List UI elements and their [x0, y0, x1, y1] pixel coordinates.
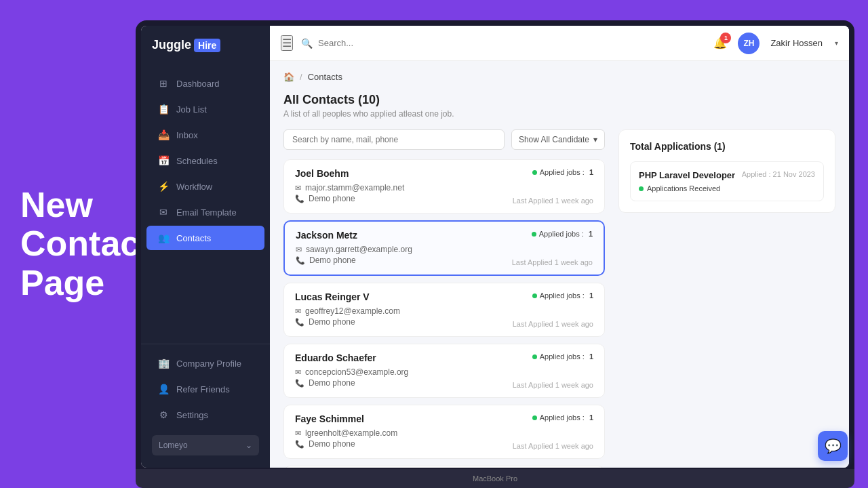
- search-input[interactable]: [318, 38, 505, 48]
- sidebar-nav: ⊞ Dashboard 📋 Job List 📥 Inbox 📅 Schedul…: [141, 64, 270, 344]
- contacts-list: Joel Boehm Applied jobs : 1 ✉ major.stam…: [283, 159, 605, 468]
- phone-value: Demo phone: [309, 378, 355, 388]
- application-item[interactable]: PHP Laravel Developer Applied : 21 Nov 2…: [630, 161, 824, 201]
- sidebar-item-dashboard[interactable]: ⊞ Dashboard: [146, 71, 264, 96]
- contact-card[interactable]: Eduardo Schaefer Applied jobs : 1 ✉ conc…: [283, 344, 605, 398]
- contact-top: Jackson Metz Applied jobs : 1: [296, 230, 593, 241]
- job-list-label: Job List: [176, 104, 207, 115]
- contact-email: ✉ sawayn.garrett@example.org: [296, 245, 593, 254]
- refer-friends-icon: 👤: [157, 384, 170, 394]
- phone-icon: 📞: [295, 440, 304, 449]
- phone-icon: 📞: [295, 318, 304, 327]
- logo-hire: Hire: [194, 39, 220, 52]
- sidebar-item-email-template[interactable]: ✉ Email Template: [146, 200, 264, 224]
- contact-email: ✉ major.stamm@example.net: [295, 183, 593, 192]
- contact-card[interactable]: Faye Schimmel Applied jobs : 1 ✉ lgreenh…: [283, 405, 605, 459]
- email-icon: ✉: [295, 429, 301, 438]
- workspace-chevron: ⌄: [245, 441, 252, 450]
- contact-card[interactable]: Lucas Reinger V Applied jobs : 1 ✉ geoff…: [283, 283, 605, 337]
- contact-card[interactable]: Joel Boehm Applied jobs : 1 ✉ major.stam…: [283, 159, 605, 214]
- contact-card[interactable]: Prof. Jules Gulgowski DVM Applied jobs :…: [283, 466, 605, 468]
- sidebar-bottom-item-settings[interactable]: ⚙ Settings: [146, 403, 264, 427]
- email-template-icon: ✉: [157, 207, 170, 218]
- applied-dot: [532, 232, 536, 237]
- contact-name: Joel Boehm: [295, 168, 349, 179]
- company-profile-label: Company Profile: [176, 359, 241, 369]
- email-template-label: Email Template: [176, 207, 237, 218]
- contact-last-applied: Last Applied 1 week ago: [513, 197, 593, 205]
- breadcrumb-home-icon[interactable]: 🏠: [283, 72, 294, 82]
- phone-value: Demo phone: [309, 194, 355, 203]
- contact-phone: 📞 Demo phone: [296, 256, 356, 265]
- breadcrumb: 🏠 / Contacts: [283, 72, 835, 82]
- phone-icon: 📞: [296, 256, 305, 265]
- app-item-top: PHP Laravel Developer Applied : 21 Nov 2…: [639, 170, 815, 180]
- sidebar-item-inbox[interactable]: 📥 Inbox: [146, 123, 264, 147]
- contact-name: Eduardo Schaefer: [295, 352, 376, 363]
- breadcrumb-current: Contacts: [308, 72, 342, 82]
- laptop-frame: Juggle Hire ⊞ Dashboard 📋 Job List 📥 Inb…: [136, 20, 854, 481]
- page-title: All Contacts (10): [283, 93, 835, 107]
- applied-dot: [532, 354, 537, 359]
- notification-button[interactable]: 🔔 1: [713, 37, 727, 49]
- schedules-icon: 📅: [157, 155, 170, 166]
- sidebar-bottom-item-refer-friends[interactable]: 👤 Refer Friends: [146, 377, 264, 401]
- filter-label: Show All Candidate: [519, 135, 589, 144]
- sidebar-bottom-item-company-profile[interactable]: 🏢 Company Profile: [146, 351, 264, 375]
- content-layout: Show All Candidate ▾ Joel Boehm Applied …: [283, 129, 835, 468]
- contact-top: Eduardo Schaefer Applied jobs : 1: [295, 352, 593, 363]
- filter-dropdown[interactable]: Show All Candidate ▾: [511, 129, 605, 150]
- main-content: ☰ 🔍 🔔 1 ZH Zakir Hossen ▾: [270, 26, 849, 468]
- page-subtitle: A list of all peoples who applied atleas…: [283, 109, 835, 119]
- search-icon: 🔍: [301, 38, 313, 49]
- sidebar-item-schedules[interactable]: 📅 Schedules: [146, 148, 264, 173]
- chat-button[interactable]: 💬: [818, 431, 848, 461]
- notification-badge: 1: [720, 33, 731, 43]
- contact-applied: Applied jobs : 1: [532, 352, 593, 361]
- applied-count: 1: [589, 413, 593, 422]
- sidebar-item-contacts[interactable]: 👥 Contacts: [146, 226, 264, 250]
- screen: Juggle Hire ⊞ Dashboard 📋 Job List 📥 Inb…: [141, 26, 849, 468]
- contact-card[interactable]: Jackson Metz Applied jobs : 1 ✉ sawayn.g…: [283, 220, 605, 276]
- topbar: ☰ 🔍 🔔 1 ZH Zakir Hossen ▾: [270, 26, 849, 61]
- sidebar-bottom: 🏢 Company Profile 👤 Refer Friends ⚙ Sett…: [141, 344, 270, 468]
- app-status-dot: [639, 186, 644, 191]
- workspace-selector[interactable]: Lomeyo ⌄: [152, 435, 259, 455]
- app-job-title: PHP Laravel Developer: [639, 170, 735, 180]
- breadcrumb-separator: /: [300, 72, 302, 82]
- right-panel: Total Applications (1) PHP Laravel Devel…: [618, 129, 835, 468]
- contact-name: Jackson Metz: [296, 230, 357, 241]
- job-list-icon: 📋: [157, 104, 170, 115]
- email-icon: ✉: [295, 307, 301, 316]
- workspace-name: Lomeyo: [159, 441, 188, 450]
- macbook-bar: MacBook Pro: [136, 469, 854, 488]
- phone-value: Demo phone: [309, 317, 355, 327]
- app-applied-label: Applied : 21 Nov 2023: [742, 170, 815, 178]
- sidebar-item-job-list[interactable]: 📋 Job List: [146, 97, 264, 121]
- applied-dot: [532, 170, 537, 175]
- search-contacts-input[interactable]: [283, 129, 505, 150]
- applied-dot: [532, 293, 537, 298]
- hamburger-button[interactable]: ☰: [281, 35, 293, 51]
- logo-juggle: Juggle: [152, 38, 191, 52]
- applied-label: Applied jobs :: [540, 413, 587, 422]
- contact-last-applied: Last Applied 1 week ago: [513, 442, 593, 450]
- user-menu-chevron[interactable]: ▾: [835, 39, 838, 47]
- applied-label: Applied jobs :: [540, 352, 587, 361]
- settings-icon: ⚙: [157, 409, 170, 420]
- contact-email: ✉ geoffrey12@example.com: [295, 306, 593, 316]
- contact-last-applied: Last Applied 1 week ago: [513, 381, 593, 389]
- email-value: lgreenholt@example.com: [305, 428, 397, 438]
- contact-name: Lucas Reinger V: [295, 291, 370, 302]
- phone-value: Demo phone: [309, 439, 355, 449]
- dashboard-label: Dashboard: [176, 79, 220, 89]
- contact-phone: 📞 Demo phone: [295, 378, 355, 388]
- contact-email: ✉ concepcion53@example.org: [295, 367, 593, 377]
- sidebar-item-workflow[interactable]: ⚡ Workflow: [146, 174, 264, 199]
- applied-label: Applied jobs :: [540, 168, 587, 176]
- contact-email: ✉ lgreenholt@example.com: [295, 428, 593, 438]
- email-value: sawayn.garrett@example.org: [306, 245, 412, 254]
- contact-phone: 📞 Demo phone: [295, 194, 355, 203]
- company-profile-icon: 🏢: [157, 358, 170, 369]
- contact-applied: Applied jobs : 1: [532, 413, 593, 422]
